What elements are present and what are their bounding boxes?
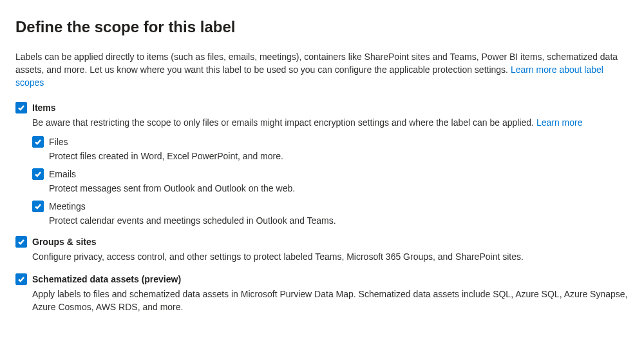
intro-paragraph: Labels can be applied directly to items … bbox=[15, 50, 629, 89]
option-body-items: Items Be aware that restricting the scop… bbox=[32, 101, 629, 232]
files-desc: Protect files created in Word, Excel Pow… bbox=[49, 150, 629, 162]
checkmark-icon bbox=[17, 238, 25, 246]
option-body-groups: Groups & sites Configure privacy, access… bbox=[32, 235, 629, 270]
page-title: Define the scope for this label bbox=[15, 18, 629, 36]
groups-label: Groups & sites bbox=[32, 235, 629, 249]
scope-option-items: Items Be aware that restricting the scop… bbox=[15, 101, 629, 232]
checkmark-icon bbox=[34, 170, 42, 178]
sub-body-meetings: Meetings Protect calendar events and mee… bbox=[49, 200, 629, 227]
checkbox-items[interactable] bbox=[15, 102, 27, 113]
schematized-desc: Apply labels to files and schematized da… bbox=[32, 288, 629, 313]
sub-body-files: Files Protect files created in Word, Exc… bbox=[49, 135, 629, 162]
checkbox-files[interactable] bbox=[32, 136, 44, 148]
items-label: Items bbox=[32, 101, 629, 115]
emails-desc: Protect messages sent from Outlook and O… bbox=[49, 182, 629, 195]
checkmark-icon bbox=[34, 138, 42, 146]
sub-option-files: Files Protect files created in Word, Exc… bbox=[32, 135, 629, 162]
checkbox-meetings[interactable] bbox=[32, 201, 44, 212]
meetings-desc: Protect calendar events and meetings sch… bbox=[49, 214, 629, 227]
checkmark-icon bbox=[17, 275, 25, 283]
sub-body-emails: Emails Protect messages sent from Outloo… bbox=[49, 168, 629, 195]
sub-option-meetings: Meetings Protect calendar events and mee… bbox=[32, 200, 629, 227]
files-label: Files bbox=[49, 135, 629, 148]
checkmark-icon bbox=[34, 202, 42, 210]
groups-desc: Configure privacy, access control, and o… bbox=[32, 250, 629, 263]
items-desc-text: Be aware that restricting the scope to o… bbox=[32, 117, 536, 128]
checkmark-icon bbox=[17, 104, 25, 112]
items-learn-more-link[interactable]: Learn more bbox=[536, 117, 583, 128]
scope-option-schematized: Schematized data assets (preview) Apply … bbox=[15, 272, 629, 320]
emails-label: Emails bbox=[49, 168, 629, 181]
checkbox-schematized[interactable] bbox=[15, 273, 27, 285]
checkbox-groups[interactable] bbox=[15, 236, 27, 248]
sub-option-emails: Emails Protect messages sent from Outloo… bbox=[32, 168, 629, 195]
meetings-label: Meetings bbox=[49, 200, 629, 213]
checkbox-emails[interactable] bbox=[32, 168, 44, 180]
items-sub-options: Files Protect files created in Word, Exc… bbox=[32, 135, 629, 227]
scope-option-groups: Groups & sites Configure privacy, access… bbox=[15, 235, 629, 270]
schematized-label: Schematized data assets (preview) bbox=[32, 272, 629, 286]
items-desc: Be aware that restricting the scope to o… bbox=[32, 116, 629, 129]
option-body-schematized: Schematized data assets (preview) Apply … bbox=[32, 272, 629, 320]
